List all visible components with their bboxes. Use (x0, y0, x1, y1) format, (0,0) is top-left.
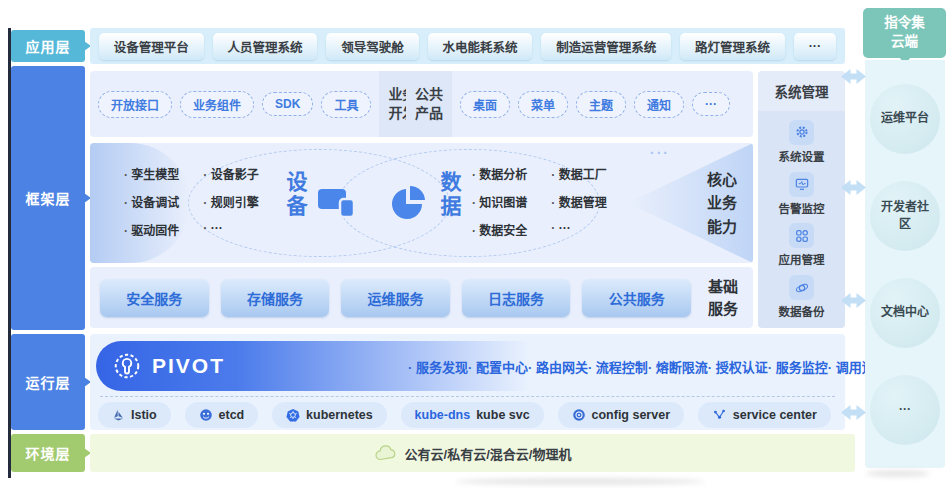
service-center-pill[interactable]: service center (698, 402, 831, 428)
double-arrow-icon (841, 292, 866, 309)
storage-service-button[interactable]: 存储服务 (221, 279, 330, 317)
app-chip-personnel-system[interactable]: 人员管理系统 (213, 33, 318, 60)
etcd-icon (199, 408, 213, 422)
circle-label: 文档中心 (881, 304, 929, 321)
config-server-icon (572, 408, 586, 422)
tech-label: kubernetes (306, 408, 373, 422)
data-backup-item[interactable]: 数据备份 (779, 275, 825, 319)
cloud-panel-header: 指令集云端 (863, 8, 946, 58)
app-chip-manufacturing-system[interactable]: 制造运营管理系统 (541, 33, 671, 60)
core-capability-label: 核心业务能力 (704, 168, 740, 238)
istio-pill[interactable]: Istio (98, 402, 171, 428)
layer-label-application: 应用层 (11, 30, 85, 62)
chip-sdk[interactable]: SDK (262, 92, 313, 116)
chip-desktop[interactable]: 桌面 (460, 91, 510, 118)
log-service-button[interactable]: 日志服务 (462, 279, 571, 317)
list-item: 设备影子 (203, 165, 258, 182)
runtime-tech-row: Istio etcd kubernetes kube-dns kube svc … (98, 402, 831, 428)
system-management-panel: 系统管理 系统设置 告警监控 (758, 71, 845, 328)
layer-label-text: 框架层 (26, 188, 71, 208)
data-backup-icon (789, 275, 814, 300)
tech-label: Istio (131, 408, 157, 422)
circle-label: 开发者社区 (881, 199, 929, 233)
etcd-pill[interactable]: etcd (185, 402, 259, 428)
kubernetes-icon (286, 408, 300, 422)
cloud-panel-body: 运维平台 开发者社区 文档中心 ··· (865, 60, 945, 468)
layer-label-text: 运行层 (26, 372, 71, 392)
double-arrow-icon (841, 68, 866, 85)
feature-item: 流程控制 (588, 357, 648, 376)
cloud-icon (374, 444, 398, 462)
core-capability-panel: 孪生模型 设备影子 设备调试 规则引擎 驱动固件 ··· 设备 数据 数据分析 … (90, 143, 753, 263)
more-circle[interactable]: ··· (870, 375, 940, 445)
list-item: 数据管理 (551, 193, 606, 210)
double-arrow-icon (841, 404, 866, 421)
list-item: 数据分析 (472, 165, 527, 182)
chip-menu[interactable]: 菜单 (518, 91, 568, 118)
system-management-list: 系统设置 告警监控 应用管理 (758, 111, 845, 328)
service-center-icon (712, 408, 727, 422)
app-management-item[interactable]: 应用管理 (779, 223, 825, 267)
pivot-brand-text: PIVOT (152, 354, 225, 378)
alert-monitor-label: 告警监控 (779, 200, 825, 216)
chip-more[interactable]: ··· (692, 92, 730, 116)
tech-label: service center (733, 408, 817, 422)
cloud-panel-title: 指令集云端 (881, 14, 928, 52)
app-chip-energy-system[interactable]: 水电能耗系统 (428, 33, 533, 60)
app-chip-more[interactable]: ··· (794, 33, 836, 60)
app-chip-device-platform[interactable]: 设备管理平台 (99, 33, 204, 60)
data-title: 数据 (434, 171, 464, 219)
alert-monitor-icon (789, 172, 814, 197)
config-server-pill[interactable]: config server (558, 402, 685, 428)
environment-layer-band: 公有云/私有云/混合云/物理机 (90, 434, 855, 472)
framework-layer-band: 开放接口 业务组件 SDK 工具 业务开发 公共产品 桌面 菜单 主题 通知 ·… (90, 66, 845, 330)
list-item: 规则引擎 (203, 193, 258, 210)
doc-center-circle[interactable]: 文档中心 (870, 278, 940, 348)
tech-label-kube-dns: kube-dns (415, 408, 471, 422)
chip-theme[interactable]: 主题 (576, 91, 626, 118)
pivot-gear-wrench-icon (112, 351, 142, 381)
chip-notification[interactable]: 通知 (634, 91, 684, 118)
layer-label-text: 应用层 (26, 36, 71, 56)
devices-icon (316, 183, 360, 223)
chip-business-component[interactable]: 业务组件 (180, 91, 254, 118)
list-item: 数据工厂 (551, 165, 606, 182)
list-item: ··· (203, 221, 258, 238)
list-item: ··· (551, 221, 606, 238)
ops-platform-circle[interactable]: 运维平台 (870, 84, 940, 154)
list-item: 孪生模型 (124, 165, 179, 182)
core-more-dots: ··· (650, 145, 670, 161)
chip-tools[interactable]: 工具 (321, 91, 371, 118)
list-item: 驱动固件 (124, 221, 179, 238)
app-chip-streetlight-system[interactable]: 路灯管理系统 (680, 33, 785, 60)
istio-icon (112, 408, 125, 422)
feature-item: 授权认证 (708, 357, 768, 376)
tech-label-kube-svc: kube svc (476, 408, 530, 422)
bottom-shadow (866, 470, 930, 477)
ops-service-button[interactable]: 运维服务 (341, 279, 450, 317)
chip-open-api[interactable]: 开放接口 (98, 91, 172, 118)
double-arrow-icon (841, 179, 866, 196)
app-chip-leader-cockpit[interactable]: 领导驾驶舱 (326, 33, 418, 60)
feature-item: 配置中心 (468, 357, 528, 376)
device-feature-list: 孪生模型 设备影子 设备调试 规则引擎 驱动固件 ··· (124, 165, 259, 238)
layer-label-text: 环境层 (26, 443, 71, 463)
environment-text: 公有云/私有云/混合云/物理机 (405, 444, 572, 463)
tech-label: etcd (219, 408, 245, 422)
list-item: 设备调试 (124, 193, 179, 210)
runtime-feature-list: 服务发现 配置中心 路由网关 流程控制 熔断限流 授权认证 服务监控 调用追踪 (408, 341, 837, 391)
feature-item: 服务发现 (408, 357, 468, 376)
layer-label-runtime: 运行层 (11, 334, 85, 430)
runtime-layer-band: PIVOT 服务发现 配置中心 路由网关 流程控制 熔断限流 授权认证 服务监控… (90, 334, 845, 430)
alert-monitor-item[interactable]: 告警监控 (779, 172, 825, 216)
developer-community-circle[interactable]: 开发者社区 (870, 181, 940, 251)
kube-dns-pill[interactable]: kube-dns kube svc (401, 402, 544, 428)
kubernetes-pill[interactable]: kubernetes (272, 402, 387, 428)
data-backup-label: 数据备份 (779, 303, 825, 319)
list-item: 知识图谱 (472, 193, 527, 210)
system-settings-item[interactable]: 系统设置 (779, 120, 825, 164)
feature-item: 服务监控 (768, 357, 828, 376)
business-dev-panel: 开放接口 业务组件 SDK 工具 业务开发 (90, 71, 398, 137)
public-service-button[interactable]: 公共服务 (582, 279, 691, 317)
security-service-button[interactable]: 安全服务 (100, 279, 209, 317)
